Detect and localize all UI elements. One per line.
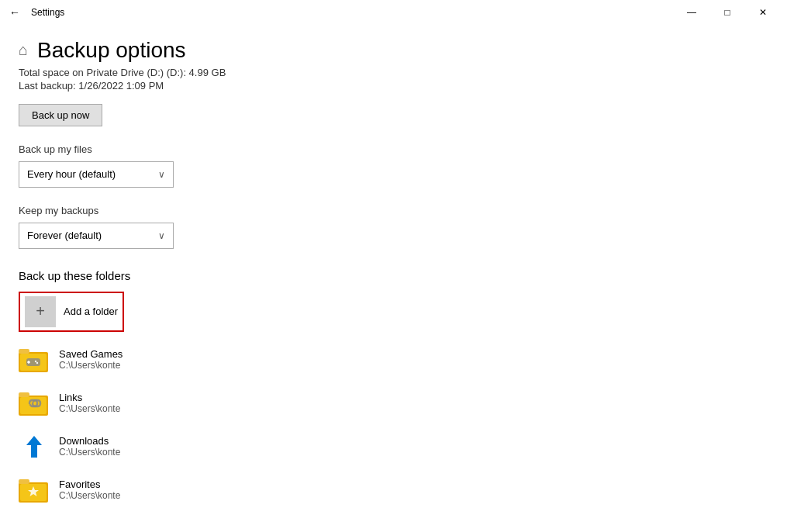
svg-rect-13 <box>19 479 29 484</box>
list-item: Favorites C:\Users\konte <box>19 473 768 507</box>
svg-rect-1 <box>19 349 29 354</box>
svg-rect-9 <box>19 392 29 397</box>
keep-backups-label: Keep my backups <box>19 205 768 216</box>
backup-frequency-label: Back up my files <box>19 143 768 155</box>
folder-path: C:\Users\konte <box>59 403 120 414</box>
home-icon: ⌂ <box>19 41 28 59</box>
titlebar-left: ← Settings <box>6 3 64 22</box>
main-content: ⌂ Backup options Total space on Private … <box>0 25 787 529</box>
last-backup-text: Last backup: 1/26/2022 1:09 PM <box>19 80 768 92</box>
folder-icon-saved-games <box>19 344 50 375</box>
add-folder-label: Add a folder <box>64 306 118 317</box>
folder-info-downloads: Downloads C:\Users\konte <box>59 435 120 458</box>
keep-backups-value: Forever (default) <box>27 230 102 241</box>
folder-name: Saved Games <box>59 348 123 360</box>
svg-rect-5 <box>27 361 30 363</box>
folder-name: Downloads <box>59 435 120 447</box>
titlebar: ← Settings — □ ✕ <box>0 0 787 25</box>
titlebar-title: Settings <box>31 7 64 18</box>
add-folder-container: + Add a folder <box>19 292 124 332</box>
folder-info-saved-games: Saved Games C:\Users\konte <box>59 348 123 371</box>
add-folder-icon: + <box>25 296 56 327</box>
titlebar-controls: — □ ✕ <box>674 0 781 25</box>
maximize-button[interactable]: □ <box>709 0 745 25</box>
backup-frequency-value: Every hour (default) <box>27 168 116 180</box>
backup-frequency-arrow: ∨ <box>158 169 165 180</box>
folder-name: Favorites <box>59 478 120 490</box>
folder-icon-links <box>19 388 50 419</box>
folders-list: Saved Games C:\Users\konte Links C:\Use <box>19 343 768 507</box>
folder-info-links: Links C:\Users\konte <box>59 392 120 414</box>
list-item: Links C:\Users\konte <box>19 386 768 420</box>
folder-icon-downloads <box>19 431 50 462</box>
folder-info-favorites: Favorites C:\Users\konte <box>59 478 120 501</box>
folder-name: Links <box>59 392 120 403</box>
close-button[interactable]: ✕ <box>745 0 781 25</box>
keep-backups-arrow: ∨ <box>158 230 165 241</box>
svg-point-6 <box>35 360 36 361</box>
minimize-button[interactable]: — <box>674 0 709 25</box>
folder-path: C:\Users\konte <box>59 360 123 371</box>
backup-now-button[interactable]: Back up now <box>19 104 102 126</box>
folder-path: C:\Users\konte <box>59 490 120 501</box>
back-button[interactable]: ← <box>6 3 23 22</box>
svg-point-7 <box>36 361 38 363</box>
total-space-text: Total space on Private Drive (D:) (D:): … <box>19 67 768 78</box>
keep-backups-dropdown[interactable]: Forever (default) ∨ <box>19 223 174 249</box>
page-header: ⌂ Backup options <box>19 37 768 64</box>
folder-path: C:\Users\konte <box>59 447 120 458</box>
backup-frequency-dropdown[interactable]: Every hour (default) ∨ <box>19 161 174 188</box>
svg-marker-11 <box>26 436 42 458</box>
list-item: Downloads C:\Users\konte <box>19 430 768 464</box>
list-item: Saved Games C:\Users\konte <box>19 343 768 377</box>
folders-section-title: Back up these folders <box>19 269 768 282</box>
page-title: Backup options <box>37 37 185 64</box>
add-folder-button[interactable]: + Add a folder <box>22 295 121 329</box>
folder-icon-favorites <box>19 475 50 506</box>
